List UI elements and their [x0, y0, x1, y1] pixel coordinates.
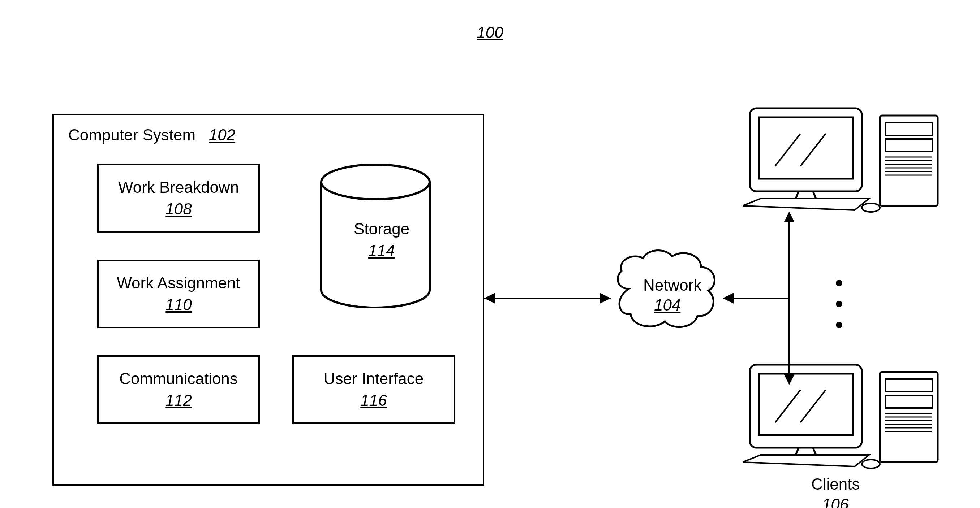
svg-line-3 — [775, 133, 800, 166]
arrowhead-left-icon — [484, 293, 495, 304]
figure-number: 100 — [477, 24, 503, 41]
work-assignment-label: Work Assignment — [117, 274, 240, 292]
computer-system-title: Computer System 102 — [68, 126, 235, 144]
client-computer-top-icon — [743, 105, 945, 213]
arrowhead-left2-icon — [723, 293, 733, 304]
svg-rect-2 — [759, 117, 853, 179]
svg-point-15 — [862, 203, 880, 212]
svg-rect-17 — [759, 374, 853, 435]
arrow-system-network — [484, 297, 611, 299]
computer-system-container: Computer System 102 Work Breakdown 108 W… — [52, 114, 484, 486]
vertical-ellipsis-icon — [836, 280, 842, 328]
arrowhead-right-icon — [600, 293, 611, 304]
communications-module: Communications 112 — [97, 355, 260, 424]
user-interface-ref: 116 — [360, 391, 387, 410]
svg-rect-8 — [885, 139, 932, 152]
arrow-up-line — [789, 222, 790, 299]
arrowhead-up-icon — [784, 211, 795, 222]
svg-rect-7 — [885, 123, 932, 135]
work-assignment-ref: 110 — [165, 296, 191, 314]
svg-rect-23 — [885, 395, 932, 408]
user-interface-module: User Interface 116 — [292, 355, 455, 424]
clients-label: Clients — [811, 475, 860, 493]
network-ref: 104 — [654, 296, 681, 314]
clients-ref: 106 — [822, 495, 848, 508]
svg-rect-22 — [885, 379, 932, 392]
computer-system-ref: 102 — [209, 126, 235, 144]
client-computer-bottom-icon — [743, 361, 945, 469]
svg-line-18 — [775, 390, 800, 422]
svg-point-0 — [321, 165, 430, 199]
work-assignment-module: Work Assignment 110 — [97, 260, 260, 328]
work-breakdown-module: Work Breakdown 108 — [97, 164, 260, 233]
user-interface-label: User Interface — [324, 370, 423, 388]
network-label: Network — [643, 276, 702, 294]
storage-ref: 114 — [368, 241, 395, 260]
communications-ref: 112 — [165, 391, 191, 410]
svg-point-30 — [862, 460, 880, 468]
communications-label: Communications — [119, 370, 238, 388]
svg-line-19 — [800, 390, 826, 422]
computer-system-label: Computer System — [68, 126, 196, 144]
storage-label: Storage — [354, 220, 409, 238]
work-breakdown-ref: 108 — [165, 200, 191, 218]
work-breakdown-label: Work Breakdown — [118, 178, 239, 197]
svg-line-4 — [800, 133, 826, 166]
